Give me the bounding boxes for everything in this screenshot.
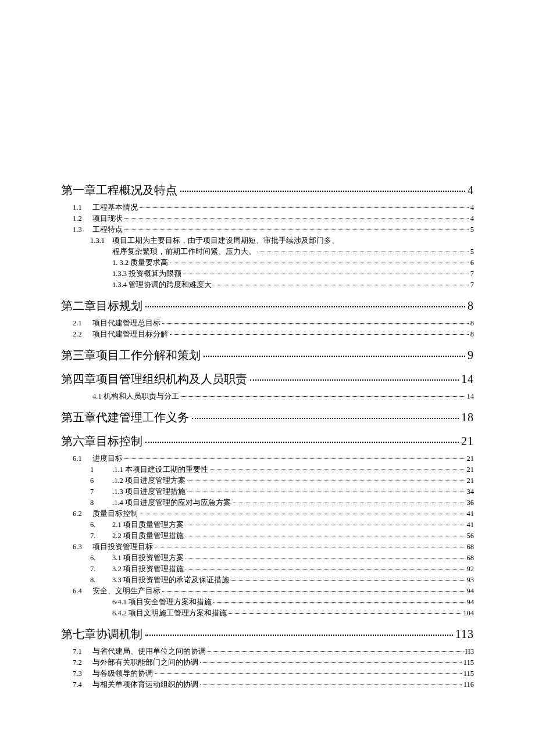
- toc-num: 6.1: [73, 454, 92, 463]
- toc-page: 4: [470, 214, 474, 223]
- toc-title: .1.3 项目进度管理措施: [112, 487, 186, 497]
- toc-leader: [192, 418, 459, 419]
- toc-page: 21: [461, 435, 474, 448]
- toc-title: 与外部有关职能部门之间的协调: [92, 658, 198, 668]
- toc-title: 第五章代建管理工作义务: [61, 410, 189, 425]
- toc-chapter: 第四章项目管理组织机构及人员职责14: [61, 371, 474, 387]
- toc-leader: [140, 207, 469, 208]
- toc-title: 安全、文明生产目标: [92, 586, 160, 596]
- toc-page: 21: [467, 454, 475, 463]
- toc-container: 第一章工程概况及特点41.1工程基本情况41.2项目现状41.3工程特点51.3…: [61, 182, 474, 690]
- toc-page: 36: [467, 499, 475, 507]
- toc-page: 115: [463, 669, 474, 678]
- toc-title: 6.4.2 项目文明施工管理方案和措施: [112, 608, 227, 618]
- toc-title: .1.2 项目进度管理方案: [112, 476, 186, 486]
- toc-num: 2.2: [73, 330, 92, 339]
- toc-leader: [124, 230, 469, 230]
- toc-num: 7.4: [73, 680, 92, 689]
- toc-num: 1: [90, 465, 112, 474]
- toc-leader: [170, 263, 469, 263]
- toc-section: 6.2质量目标控制41: [73, 509, 474, 519]
- toc-num: 8: [90, 499, 112, 507]
- toc-section: 2.1项目代建管理总目标8: [73, 318, 474, 328]
- toc-leader: [200, 662, 462, 663]
- toc-subsection: 1.3.3 投资概算为限额7: [90, 269, 474, 279]
- toc-num: 1.3.1: [90, 237, 112, 245]
- toc-subsection: 1.3.4 管理协调的跨度和难度大7: [90, 280, 474, 290]
- toc-title: 项目代建管理目标分解: [92, 329, 168, 339]
- toc-subsection: 1.3.1项目工期为主要目标，由于项目建设周期短、审批手续涉及部门多、: [90, 236, 474, 246]
- toc-title: 3.3 项目投资管理的承诺及保证措施: [112, 575, 229, 585]
- toc-page: 68: [467, 543, 475, 551]
- toc-page: 4: [468, 184, 474, 197]
- toc-num: 6.2: [73, 510, 92, 518]
- toc-page: 21: [467, 465, 475, 474]
- toc-page: 113: [455, 628, 474, 641]
- toc-section: 7.2与外部有关职能部门之间的协调115: [73, 658, 474, 668]
- toc-subsection: 6.3.1 项目投资管理方案68: [90, 553, 474, 563]
- toc-num: 1.3: [73, 225, 92, 234]
- toc-leader: [204, 356, 465, 357]
- toc-page: 21: [467, 476, 475, 485]
- toc-page: 94: [467, 598, 475, 607]
- toc-leader: [186, 525, 465, 525]
- toc-subsection: 6.2.1 项目质量管理方案41: [90, 520, 474, 530]
- toc-page: 18: [461, 411, 474, 424]
- toc-title: 与相关单项体育运动组织的协调: [92, 680, 198, 690]
- toc-leader: [155, 673, 462, 674]
- toc-subsection: 6.4.2 项目文明施工管理方案和措施104: [90, 608, 474, 618]
- toc-page: 94: [467, 587, 475, 596]
- toc-num: 7: [90, 488, 112, 496]
- toc-subsection: 8.3.3 项目投资管理的承诺及保证措施93: [90, 575, 474, 585]
- toc-leader: [187, 492, 465, 492]
- toc-page: 34: [467, 488, 475, 496]
- toc-leader: [213, 285, 469, 285]
- toc-title: .1.4 项目进度管理的应对与应急方案: [112, 498, 231, 508]
- toc-num: 6: [90, 476, 112, 485]
- toc-page: 7: [470, 270, 474, 278]
- toc-title: .1.1 本项目建设工期的重要性: [112, 465, 208, 475]
- toc-chapter: 第五章代建管理工作义务18: [61, 410, 474, 425]
- toc-leader: [200, 685, 462, 685]
- toc-page: 6: [470, 259, 474, 267]
- toc-title: 项目现状: [92, 214, 123, 224]
- toc-title: 第四章项目管理组织机构及人员职责: [61, 371, 247, 387]
- toc-num: 8.: [90, 576, 112, 585]
- toc-page: 93: [467, 576, 475, 585]
- toc-leader: [140, 514, 465, 514]
- toc-page: 116: [463, 680, 474, 689]
- toc-section: 6.4安全、文明生产目标94: [73, 586, 474, 596]
- toc-title: 进度目标: [92, 454, 123, 464]
- toc-title: 6·4.1 项目安全管理方案和措施: [112, 597, 212, 607]
- toc-title: 4.1 机构和人员职责与分工: [92, 392, 179, 402]
- toc-title: 程序复杂繁琐，前期工作时间紧、压力大。: [112, 247, 256, 257]
- toc-section: 1.2项目现状4: [73, 214, 474, 224]
- toc-title: 3.1 项目投资管理方案: [112, 553, 184, 563]
- toc-title: 工程基本情况: [92, 203, 138, 213]
- toc-page: 4: [470, 203, 474, 212]
- toc-leader: [162, 323, 469, 324]
- toc-leader: [250, 379, 459, 381]
- toc-leader: [145, 635, 453, 636]
- toc-leader: [124, 218, 469, 219]
- toc-chapter: 第一章工程概况及特点4: [61, 182, 474, 198]
- toc-page: 8: [470, 330, 474, 339]
- toc-page: 92: [467, 565, 475, 574]
- toc-num: 7.1: [73, 647, 92, 656]
- toc-section: 4.1 机构和人员职责与分工14: [73, 392, 474, 402]
- toc-page: 5: [470, 248, 474, 256]
- toc-num: 7.3: [73, 669, 92, 678]
- toc-page: H3: [465, 647, 474, 656]
- toc-title: 项目代建管理总目标: [92, 318, 160, 328]
- toc-leader: [124, 458, 465, 459]
- toc-page: 8: [470, 319, 474, 328]
- toc-page: 14: [467, 392, 475, 401]
- toc-leader: [186, 558, 465, 558]
- toc-chapter: 第三章项目工作分解和策划9: [61, 347, 474, 363]
- toc-leader: [213, 602, 465, 603]
- toc-leader: [186, 536, 465, 536]
- toc-page: 14: [461, 372, 474, 386]
- toc-page: 9: [468, 349, 474, 362]
- toc-section: 1.1工程基本情况4: [73, 203, 474, 213]
- toc-chapter: 第七章协调机制113: [61, 626, 474, 642]
